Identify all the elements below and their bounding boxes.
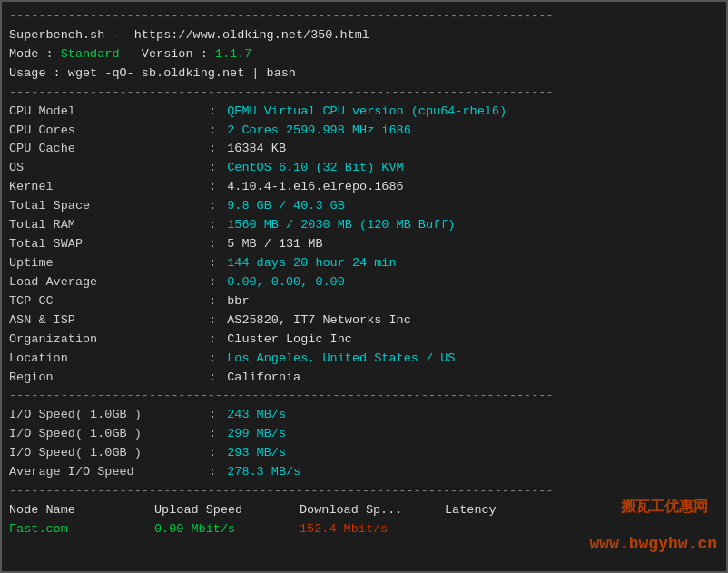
cpu-cache-label: CPU Cache: [9, 140, 209, 159]
total-swap-row: Total SWAP : 5 MB / 131 MB: [9, 235, 719, 254]
mode-value: Standard: [61, 45, 120, 64]
io3-label: I/O Speed( 1.0GB ): [9, 444, 209, 463]
total-space-row: Total Space : 9.8 GB / 40.3 GB: [9, 197, 719, 216]
version-value: 1.1.7: [215, 45, 252, 64]
os-row: OS : CentOS 6.10 (32 Bit) KVM: [9, 159, 719, 178]
cpu-model-value: QEMU Virtual CPU version (cpu64-rhel6): [227, 103, 507, 122]
os-value: CentOS 6.10 (32 Bit) KVM: [227, 159, 403, 178]
org-label: Organization: [9, 331, 209, 350]
network-header-row: Node Name Upload Speed Download Sp... La…: [9, 501, 719, 520]
io1-value: 243 MB/s: [227, 406, 286, 425]
net-row1-upload: 0.00 Mbit/s: [154, 520, 300, 539]
total-space-value: 9.8 GB / 40.3 GB: [227, 197, 345, 216]
net-col2-header: Upload Speed: [154, 501, 300, 520]
cpu-model-row: CPU Model : QEMU Virtual CPU version (cp…: [9, 103, 719, 122]
io2-row: I/O Speed( 1.0GB ) : 299 MB/s: [9, 425, 719, 444]
total-ram-label: Total RAM: [9, 216, 209, 235]
net-row1-node: Fast.com: [9, 520, 154, 539]
divider-2: ----------------------------------------…: [9, 387, 719, 406]
total-ram-value: 1560 MB / 2030 MB (120 MB Buff): [227, 216, 455, 235]
io-avg-value: 278.3 MB/s: [227, 463, 300, 482]
net-row1-latency: [445, 520, 517, 539]
load-avg-row: Load Average : 0.00, 0.00, 0.00: [9, 273, 719, 292]
divider-1: ----------------------------------------…: [9, 84, 719, 103]
usage-text: Usage : wget -qO- sb.oldking.net | bash: [9, 64, 296, 84]
net-col4-header: Latency: [445, 501, 517, 520]
io3-row: I/O Speed( 1.0GB ) : 293 MB/s: [9, 444, 719, 463]
kernel-value: 4.10.4-1.el6.elrepo.i686: [227, 178, 403, 197]
location-label: Location: [9, 350, 209, 369]
io-avg-label: Average I/O Speed: [9, 463, 209, 482]
uptime-label: Uptime: [9, 254, 209, 273]
net-col1-header: Node Name: [9, 501, 154, 520]
net-col3-header: Download Sp...: [300, 501, 445, 520]
region-label: Region: [9, 369, 209, 388]
io1-label: I/O Speed( 1.0GB ): [9, 406, 209, 425]
io3-value: 293 MB/s: [227, 444, 286, 463]
cpu-cores-label: CPU Cores: [9, 122, 209, 141]
total-swap-value: 5 MB / 131 MB: [227, 235, 322, 254]
tcp-cc-row: TCP CC : bbr: [9, 292, 719, 311]
header-title: Superbench.sh -- https://www.oldking.net…: [9, 26, 369, 45]
kernel-row: Kernel : 4.10.4-1.el6.elrepo.i686: [9, 178, 719, 197]
kernel-label: Kernel: [9, 178, 209, 197]
region-row: Region : California: [9, 369, 719, 388]
org-value: Cluster Logic Inc: [227, 331, 352, 350]
load-avg-value: 0.00, 0.00, 0.00: [227, 273, 345, 292]
network-data-row: Fast.com 0.00 Mbit/s 152.4 Mbit/s: [9, 520, 719, 539]
version-label: Version :: [120, 45, 215, 64]
header-mode-line: Mode : Standard Version : 1.1.7: [9, 45, 719, 64]
cpu-cores-row: CPU Cores : 2 Cores 2599.998 MHz i686: [9, 122, 719, 141]
location-value: Los Angeles, United States / US: [227, 350, 455, 369]
io1-row: I/O Speed( 1.0GB ) : 243 MB/s: [9, 406, 719, 425]
location-row: Location : Los Angeles, United States / …: [9, 350, 719, 369]
tcp-cc-value: bbr: [227, 292, 249, 311]
mode-label: Mode :: [9, 45, 61, 64]
total-space-label: Total Space: [9, 197, 209, 216]
org-row: Organization : Cluster Logic Inc: [9, 331, 719, 350]
io2-value: 299 MB/s: [227, 425, 286, 444]
tcp-cc-label: TCP CC: [9, 292, 209, 311]
net-row1-download: 152.4 Mbit/s: [300, 520, 445, 539]
cpu-cache-value: 16384 KB: [227, 140, 286, 159]
region-value: California: [227, 369, 300, 388]
io2-label: I/O Speed( 1.0GB ): [9, 425, 209, 444]
asn-isp-value: AS25820, IT7 Networks Inc: [227, 311, 411, 331]
header-usage-line: Usage : wget -qO- sb.oldking.net | bash: [9, 64, 719, 84]
uptime-value: 144 days 20 hour 24 min: [227, 254, 396, 273]
cpu-model-label: CPU Model: [9, 103, 209, 122]
io-avg-row: Average I/O Speed : 278.3 MB/s: [9, 463, 719, 482]
divider-3: ----------------------------------------…: [9, 482, 719, 501]
total-ram-row: Total RAM : 1560 MB / 2030 MB (120 MB Bu…: [9, 216, 719, 235]
divider-top: ----------------------------------------…: [9, 7, 719, 26]
cpu-cores-value: 2 Cores 2599.998 MHz i686: [227, 122, 411, 141]
uptime-row: Uptime : 144 days 20 hour 24 min: [9, 254, 719, 273]
cpu-cache-row: CPU Cache : 16384 KB: [9, 140, 719, 159]
total-swap-label: Total SWAP: [9, 235, 209, 254]
os-label: OS: [9, 159, 209, 178]
load-avg-label: Load Average: [9, 273, 209, 292]
header-line1: Superbench.sh -- https://www.oldking.net…: [9, 26, 719, 45]
asn-isp-row: ASN & ISP : AS25820, IT7 Networks Inc: [9, 311, 719, 331]
asn-isp-label: ASN & ISP: [9, 311, 209, 331]
terminal: ----------------------------------------…: [0, 0, 728, 573]
